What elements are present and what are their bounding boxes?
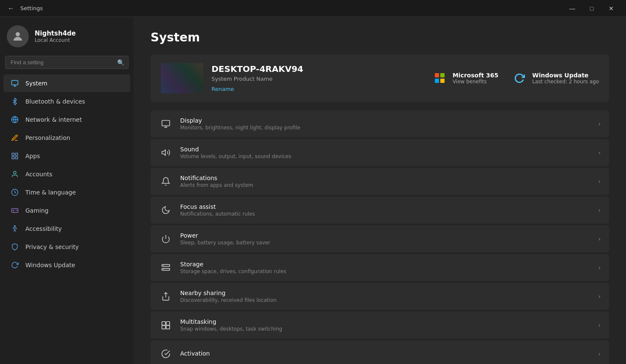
sidebar-item-network[interactable]: Network & internet [3, 111, 130, 129]
main-content: System DESKTOP-4RAKV94 System Product Na… [134, 17, 626, 364]
sidebar-item-personalization[interactable]: Personalization [3, 129, 130, 147]
svg-rect-20 [166, 326, 170, 329]
settings-item-display[interactable]: Display Monitors, brightness, night ligh… [151, 110, 609, 137]
settings-item-sound[interactable]: Sound Volume levels, output, input, soun… [151, 139, 609, 166]
notifications-chevron: › [598, 178, 601, 185]
power-chevron: › [598, 235, 601, 242]
update-icon [10, 260, 19, 270]
system-extras: Microsoft 365 View benefits Windows Upda… [432, 71, 599, 86]
svg-point-10 [14, 226, 16, 227]
focus-title: Focus assist [180, 203, 590, 210]
focus-text: Focus assist Notifications, automatic ru… [180, 203, 590, 217]
multitasking-title: Multitasking [180, 318, 590, 325]
storage-chevron: › [598, 264, 601, 271]
sidebar-item-update[interactable]: Windows Update [3, 256, 130, 274]
svg-rect-17 [162, 322, 165, 325]
settings-item-multitasking[interactable]: Multitasking Snap windows, desktops, tas… [151, 312, 609, 339]
sound-title: Sound [180, 146, 590, 153]
personalization-icon [10, 133, 19, 142]
notifications-desc: Alerts from apps and system [180, 182, 590, 188]
gaming-icon [10, 206, 19, 215]
power-title: Power [180, 232, 590, 239]
svg-point-7 [14, 171, 16, 174]
search-box[interactable]: 🔍 [5, 56, 129, 69]
update-subtitle: Last checked: 2 hours ago [532, 79, 599, 85]
maximize-button[interactable]: □ [582, 2, 601, 15]
multitasking-chevron: › [598, 322, 601, 328]
close-button[interactable]: ✕ [601, 2, 621, 15]
activation-icon [159, 347, 173, 361]
search-icon: 🔍 [117, 59, 124, 66]
system-info: DESKTOP-4RAKV94 System Product Name Rena… [211, 64, 424, 93]
product-name: System Product Name [211, 76, 424, 82]
titlebar: ← Settings — □ ✕ [0, 0, 626, 17]
minimize-button[interactable]: — [563, 2, 582, 15]
sidebar-item-accounts[interactable]: Accounts [3, 165, 130, 183]
sidebar-item-bluetooth-label: Bluetooth & devices [25, 98, 85, 105]
windows-update-item[interactable]: Windows Update Last checked: 2 hours ago [512, 71, 599, 86]
sidebar-item-apps[interactable]: Apps [3, 147, 130, 165]
sidebar-item-gaming[interactable]: Gaming [3, 202, 130, 219]
sidebar-item-privacy[interactable]: Privacy & security [3, 238, 130, 256]
user-type: Local Account [35, 37, 76, 43]
sidebar-item-accessibility[interactable]: Accessibility [3, 220, 130, 238]
user-icon [11, 30, 24, 43]
network-icon [10, 115, 19, 124]
nearby-chevron: › [598, 293, 601, 300]
display-title: Display [180, 117, 590, 124]
sidebar-item-accounts-label: Accounts [25, 171, 52, 178]
window-controls: — □ ✕ [563, 2, 621, 15]
focus-chevron: › [598, 207, 601, 213]
settings-item-notifications[interactable]: Notifications Alerts from apps and syste… [151, 168, 609, 195]
activation-text: Activation [180, 350, 590, 358]
sidebar-item-time[interactable]: Time & language [3, 183, 130, 201]
sidebar-item-gaming-label: Gaming [25, 207, 49, 214]
computer-name: DESKTOP-4RAKV94 [211, 64, 424, 74]
nearby-desc: Discoverability, received files location [180, 297, 590, 303]
power-icon [159, 232, 173, 246]
sidebar-item-bluetooth[interactable]: Bluetooth & devices [3, 93, 130, 110]
system-icon [10, 79, 19, 88]
sound-chevron: › [598, 149, 601, 156]
multitasking-icon [159, 318, 173, 332]
back-button[interactable]: ← [5, 3, 17, 14]
privacy-icon [10, 242, 19, 252]
sidebar-item-update-label: Windows Update [25, 262, 75, 268]
sidebar-item-time-label: Time & language [25, 189, 76, 196]
apps-icon [10, 151, 19, 161]
nearby-title: Nearby sharing [180, 290, 590, 296]
notifications-title: Notifications [180, 175, 590, 181]
ms365-item[interactable]: Microsoft 365 View benefits [432, 71, 498, 86]
svg-point-0 [16, 32, 20, 36]
multitasking-desc: Snap windows, desktops, task switching [180, 326, 590, 332]
power-text: Power Sleep, battery usage, battery save… [180, 232, 590, 246]
ms365-icon [432, 71, 448, 86]
multitasking-text: Multitasking Snap windows, desktops, tas… [180, 318, 590, 332]
avatar [7, 25, 29, 47]
settings-item-storage[interactable]: Storage Storage space, drives, configura… [151, 254, 609, 281]
sidebar-item-privacy-label: Privacy & security [25, 244, 79, 250]
svg-rect-11 [162, 120, 170, 126]
settings-item-activation[interactable]: Activation › [151, 340, 609, 364]
windows-update-icon [512, 71, 527, 86]
nearby-text: Nearby sharing Discoverability, received… [180, 290, 590, 303]
activation-chevron: › [598, 350, 601, 357]
settings-item-power[interactable]: Power Sleep, battery usage, battery save… [151, 225, 609, 252]
windows-update-text: Windows Update Last checked: 2 hours ago [532, 72, 599, 85]
user-profile[interactable]: Nightsh4de Local Account [0, 20, 134, 56]
rename-link[interactable]: Rename [211, 86, 234, 92]
sidebar-item-system[interactable]: System [3, 74, 130, 92]
settings-item-nearby[interactable]: Nearby sharing Discoverability, received… [151, 283, 609, 310]
sound-icon [159, 146, 173, 159]
user-name: Nightsh4de [35, 30, 76, 37]
settings-item-focus[interactable]: Focus assist Notifications, automatic ru… [151, 197, 609, 224]
display-desc: Monitors, brightness, night light, displ… [180, 125, 590, 131]
sidebar-item-apps-label: Apps [25, 153, 40, 159]
focus-desc: Notifications, automatic rules [180, 211, 590, 217]
settings-list: Display Monitors, brightness, night ligh… [151, 110, 609, 364]
search-input[interactable] [5, 56, 129, 69]
nearby-icon [159, 290, 173, 303]
display-text: Display Monitors, brightness, night ligh… [180, 117, 590, 131]
system-image [161, 63, 203, 93]
notifications-text: Notifications Alerts from apps and syste… [180, 175, 590, 188]
